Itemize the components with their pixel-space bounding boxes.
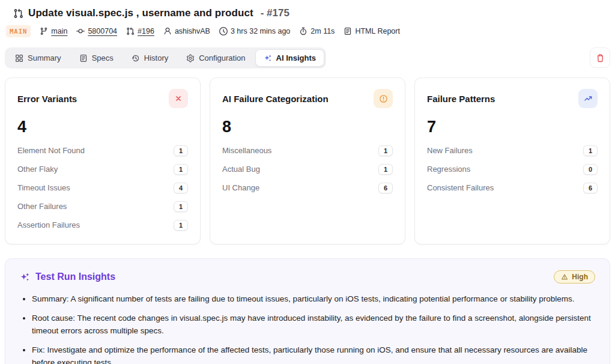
commit-item: 5800704 — [76, 27, 117, 35]
pull-request-link[interactable]: #196 — [138, 27, 154, 35]
author-name: ashishvAB — [175, 27, 210, 35]
count-badge: 0 — [583, 164, 598, 175]
severity-badge: High — [554, 270, 595, 284]
delete-run-button[interactable] — [590, 47, 610, 68]
card-total: 8 — [222, 118, 393, 136]
list-item: Actual Bug 1 — [222, 160, 393, 178]
list-item: Element Not Found 1 — [17, 141, 188, 160]
stopwatch-icon — [299, 27, 308, 35]
insight-bullet: Root cause: The recent code changes in v… — [32, 312, 595, 338]
trash-icon — [596, 53, 605, 62]
tab-label: History — [144, 53, 168, 62]
tab-ai-insights[interactable]: AI Insights — [255, 49, 324, 67]
file-icon — [79, 54, 88, 62]
git-commit-icon — [76, 27, 85, 35]
count-badge: 4 — [174, 183, 188, 193]
branch-link[interactable]: main — [51, 27, 67, 35]
card-total: 4 — [17, 118, 188, 136]
list-item: Assertion Failures 1 — [17, 216, 188, 234]
history-icon — [132, 54, 140, 62]
header: Update visual.spec.js , username and pro… — [5, 7, 610, 37]
stat-cards: Error Variants 4 Element Not Found 1 Oth… — [5, 77, 610, 244]
page-title: Update visual.spec.js , username and pro… — [28, 7, 253, 19]
pull-request-icon — [13, 8, 23, 19]
list-item: Other Failures 1 — [17, 197, 188, 216]
tab-configuration[interactable]: Configuration — [178, 49, 253, 67]
warning-triangle-icon — [561, 273, 568, 281]
count-badge: 6 — [378, 183, 393, 193]
insight-bullet: Summary: A significant number of tests a… — [32, 293, 595, 306]
card-failure-patterns: Failure Patterns 7 New Failures 1 Regres… — [414, 77, 610, 244]
count-badge: 6 — [583, 183, 598, 193]
list-item: Regressions 0 — [427, 160, 598, 178]
person-icon — [163, 27, 172, 35]
time-ago: 3 hrs 32 mins ago — [231, 27, 290, 35]
test-run-insights-panel: Test Run Insights High Summary: A signif… — [5, 258, 610, 364]
tab-summary[interactable]: Summary — [7, 49, 70, 67]
list-item: Other Flaky 1 — [17, 160, 188, 178]
insights-title: Test Run Insights — [35, 271, 115, 282]
tab-strip: Summary Specs History Configuration — [5, 47, 610, 68]
insights-list: Summary: A significant number of tests a… — [32, 293, 595, 364]
report-link[interactable]: HTML Report — [355, 27, 400, 35]
run-number: - #175 — [261, 7, 289, 19]
meta-row: MAIN main 5800704 #196 — [6, 25, 610, 37]
card-title: AI Failure Categorization — [222, 94, 329, 104]
card-total: 7 — [427, 118, 598, 136]
card-title: Failure Patterns — [427, 94, 495, 104]
duration-item: 2m 11s — [299, 27, 335, 35]
tab-specs[interactable]: Specs — [71, 49, 122, 67]
test-run-page: Update visual.spec.js , username and pro… — [0, 0, 615, 364]
count-badge: 1 — [583, 145, 598, 156]
card-error-variants: Error Variants 4 Element Not Found 1 Oth… — [5, 77, 201, 244]
insight-bullet: Fix: Investigate and optimize the perfor… — [32, 344, 595, 364]
pull-request-icon — [126, 27, 135, 35]
tab-bar: Summary Specs History Configuration — [5, 47, 326, 68]
insights-header: Test Run Insights High — [20, 270, 595, 284]
severity-label: High — [572, 273, 588, 281]
tab-history[interactable]: History — [123, 49, 177, 67]
git-branch-icon — [40, 27, 48, 35]
report-item: HTML Report — [344, 27, 400, 35]
card-title: Error Variants — [17, 94, 77, 104]
tab-label: Specs — [92, 53, 114, 62]
card-ai-failure-categorization: AI Failure Categorization 8 Miscellaneou… — [210, 77, 405, 244]
duration: 2m 11s — [311, 27, 335, 35]
tab-label: Configuration — [199, 53, 245, 62]
card-list: Miscellaneous 1 Actual Bug 1 UI Change 6 — [222, 141, 393, 197]
count-badge: 1 — [174, 201, 188, 212]
commit-link[interactable]: 5800704 — [88, 27, 117, 35]
pull-request-item: #196 — [126, 27, 154, 35]
count-badge: 1 — [174, 220, 188, 231]
card-list: Element Not Found 1 Other Flaky 1 Timeou… — [17, 141, 188, 234]
count-badge: 1 — [378, 145, 393, 156]
clock-icon — [219, 27, 228, 35]
tab-label: AI Insights — [276, 53, 316, 62]
gear-icon — [186, 54, 195, 62]
time-ago-item: 3 hrs 32 mins ago — [219, 27, 290, 35]
report-icon — [344, 27, 352, 35]
list-item: Timeout Issues 4 — [17, 178, 188, 197]
count-badge: 1 — [378, 164, 393, 175]
list-item: UI Change 6 — [222, 178, 393, 197]
branch-item: main — [40, 27, 67, 35]
env-badge: MAIN — [6, 25, 31, 37]
count-badge: 1 — [174, 145, 188, 156]
sparkles-icon — [20, 272, 30, 282]
list-item: Miscellaneous 1 — [222, 141, 393, 160]
grid-icon — [15, 54, 23, 62]
x-icon — [169, 89, 188, 108]
tab-label: Summary — [28, 53, 61, 62]
trending-up-icon — [578, 89, 598, 108]
author-item: ashishvAB — [163, 27, 210, 35]
list-item: Consistent Failures 6 — [427, 178, 598, 197]
count-badge: 1 — [174, 164, 188, 175]
card-list: New Failures 1 Regressions 0 Consistent … — [427, 141, 598, 197]
alert-circle-icon — [374, 89, 393, 108]
sparkles-icon — [264, 54, 272, 62]
title-row: Update visual.spec.js , username and pro… — [13, 7, 610, 19]
list-item: New Failures 1 — [427, 141, 598, 160]
